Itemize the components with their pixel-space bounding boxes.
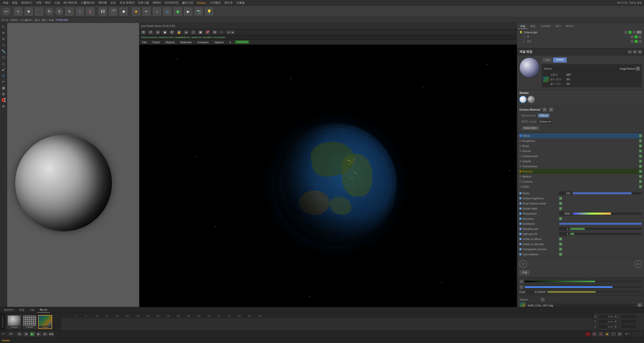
coord-y-input[interactable]	[598, 320, 614, 324]
menu-plugin[interactable]: 플러그인	[180, 0, 195, 5]
menu-edit[interactable]: 편집	[10, 0, 19, 5]
sample-input[interactable]	[559, 227, 569, 231]
lv-target-icon[interactable]: ⊕	[212, 30, 217, 35]
sidebar-fill-icon[interactable]: ▦	[1, 85, 6, 91]
sidebar-magnet-icon[interactable]: 🧲	[1, 97, 6, 103]
help-icon-2[interactable]: ✳	[634, 260, 642, 268]
node-editor-button[interactable]: Node Editor	[521, 126, 539, 130]
channel-transmission[interactable]: Transmission ✓	[519, 164, 642, 169]
shader-ball-gray[interactable]	[528, 96, 535, 103]
float-input[interactable]	[526, 290, 546, 294]
coord-x-input[interactable]	[598, 315, 614, 319]
lv-pin-icon[interactable]: 📌	[205, 30, 210, 35]
lv-settings-icon[interactable]: ⚙	[141, 30, 146, 35]
z-axis-btn[interactable]: Z	[85, 7, 95, 16]
channel-emission[interactable]: Emission ... ✓	[519, 169, 642, 174]
scene-tab-tags[interactable]: 태그	[554, 24, 563, 29]
menu-window[interactable]: 윈도우	[223, 0, 235, 5]
lv-square-icon[interactable]: □	[191, 30, 196, 35]
toolbar-camera[interactable]: 카메라	[10, 18, 18, 22]
texture-expand-btn[interactable]: ▾	[636, 66, 640, 71]
lv-menu-objects[interactable]: Objects	[164, 40, 176, 44]
lv-stop-icon[interactable]: ⏹	[162, 30, 167, 35]
circle2-btn[interactable]: ◎	[163, 7, 172, 16]
menu-simulate[interactable]: 시뮬레이트	[79, 0, 97, 5]
film-btn[interactable]: 🎞	[98, 7, 108, 16]
y-axis-btn[interactable]: Y	[75, 7, 85, 16]
undo-btn[interactable]: ↩	[2, 7, 11, 16]
material-type-value[interactable]: Diffuse	[538, 114, 549, 117]
rotate2-btn[interactable]: ↺	[55, 7, 64, 16]
toolbar-filter[interactable]: 필터	[42, 18, 47, 22]
sidebar-paint-icon[interactable]: 🖌	[1, 67, 6, 72]
sidebar-scale-icon[interactable]: ⤡	[1, 42, 6, 48]
lv-pause-icon[interactable]: ⏸	[155, 30, 160, 35]
menu-file[interactable]: 파일	[1, 0, 10, 5]
move-tool-btn[interactable]: ↖	[13, 7, 23, 16]
cube-btn[interactable]: ■	[131, 7, 141, 16]
pb-next-frame[interactable]: ▶	[36, 332, 41, 337]
lv-chr-select[interactable]: DL	[226, 30, 235, 34]
lv-menu-materials[interactable]: Materials	[179, 40, 193, 44]
scene-tab-objects[interactable]: 오브젝트	[538, 24, 553, 29]
menu-help[interactable]: 도움말	[235, 0, 246, 5]
lv-menu-cloud[interactable]: Cloud	[151, 40, 161, 44]
displacement-check[interactable]: ✓	[639, 155, 642, 158]
apply-button[interactable]: 적용	[519, 270, 530, 275]
menu-motion-tracker[interactable]: 모션 트래커	[118, 0, 136, 5]
sidebar-knife-icon[interactable]: ✂	[1, 79, 6, 84]
menu-create[interactable]: 생성하기	[19, 0, 34, 5]
mat-close-btn[interactable]: ✕	[638, 50, 642, 54]
menu-select[interactable]: 선택	[34, 0, 43, 5]
normal-check[interactable]: ✓	[639, 150, 642, 153]
lightpass-input[interactable]	[559, 232, 569, 236]
mat-minimize-btn[interactable]: ─	[628, 50, 632, 54]
bump-check[interactable]: ✓	[639, 144, 642, 147]
visspec-check[interactable]: ✓	[559, 243, 562, 246]
sidebar-deform-icon[interactable]: ⊞	[1, 91, 6, 97]
pb-skip-start[interactable]: ⏮	[17, 332, 22, 337]
power-input[interactable]	[559, 191, 572, 195]
edit-btn[interactable]: ✏	[142, 7, 151, 16]
float-color-swatch[interactable]	[519, 279, 523, 284]
visdiff-check[interactable]: ✓	[559, 237, 562, 241]
transmission-check[interactable]: ✓	[639, 165, 642, 168]
power-slider[interactable]	[573, 192, 642, 195]
coord-b-input[interactable]	[621, 325, 636, 329]
transemit-check[interactable]: ✓	[559, 248, 562, 251]
pb-dots[interactable]: ⋯	[611, 332, 616, 337]
rotate-btn[interactable]: ↻	[45, 7, 54, 16]
emission-check[interactable]: ✓	[639, 170, 642, 173]
play-btn[interactable]: ▶	[183, 7, 193, 16]
channel-editor[interactable]: Editor ✓	[519, 184, 642, 189]
coord-p-input[interactable]	[621, 320, 636, 324]
help-icon-1[interactable]: ✳	[519, 260, 527, 268]
float-swatch2[interactable]	[519, 285, 523, 289]
live-viewer-image[interactable]	[139, 45, 517, 324]
menu-program[interactable]: 프로그램	[136, 0, 151, 5]
sidebar-sculpt-icon[interactable]: S	[1, 73, 6, 78]
scene-tab-bookmarks[interactable]: 북마크	[564, 24, 576, 29]
pb-loop[interactable]: ⏭⏭	[49, 332, 54, 337]
channel-normal[interactable]: Normal ✓	[519, 148, 642, 154]
dist-slider[interactable]	[559, 222, 642, 225]
pb-stop-red[interactable]: ■	[592, 332, 597, 337]
channel-opacity[interactable]: Opacity ✓	[519, 159, 642, 164]
sidebar-snap-icon[interactable]: ⊕	[1, 103, 6, 109]
btab-texture[interactable]: 텍스처	[37, 308, 50, 313]
item-render-btn[interactable]	[628, 31, 632, 34]
scene-item-octanelight[interactable]: 💡 OctaneLight	[518, 30, 643, 35]
lv-menu-compare[interactable]: Compare	[196, 40, 210, 44]
circle3-btn[interactable]: ◉	[173, 7, 183, 16]
lightpass-slider[interactable]	[570, 233, 642, 235]
opacity-check[interactable]: ✓	[639, 160, 642, 163]
channel-bump[interactable]: Bump ✓	[519, 143, 642, 148]
pb-play[interactable]: ▶	[30, 332, 35, 337]
sidebar-tool1-icon[interactable]: 🔧	[1, 48, 6, 54]
btex-toggle[interactable]	[541, 297, 545, 302]
mat-maximize-btn[interactable]: □	[633, 50, 637, 54]
pb-delete-red[interactable]: ✕	[598, 332, 604, 337]
lv-menu-file[interactable]: File	[141, 40, 148, 44]
item-render-btn2[interactable]	[634, 35, 638, 39]
lv-config-icon[interactable]: ⚙	[169, 30, 174, 35]
